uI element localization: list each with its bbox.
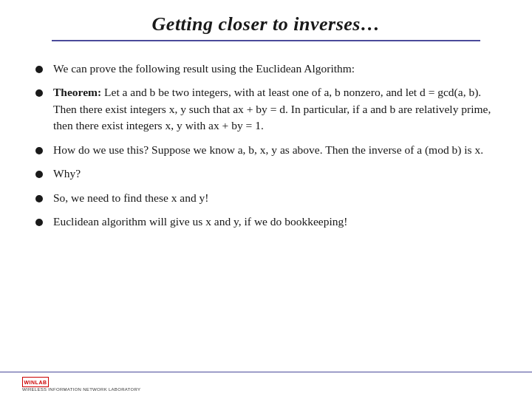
bullet-1-content: We can prove the following result using …: [53, 62, 355, 75]
bullet-2-content: Let a and b be two integers, with at lea…: [53, 86, 491, 132]
bullet-2-bold: Theorem:: [53, 86, 101, 98]
bullet-dot-4: [35, 171, 43, 178]
slide-title: Getting closer to inverses…: [30, 13, 502, 35]
logo-rect: WINLAB: [22, 377, 49, 387]
bullet-dot-1: [35, 66, 43, 73]
bullet-item-2: Theorem: Let a and b be two integers, wi…: [35, 84, 497, 134]
logo-subtitle: WIRELESS INFORMATION NETWORK LABORATORY: [22, 387, 140, 392]
bullet-item-4: Why?: [35, 166, 497, 182]
bullet-dot-5: [35, 195, 43, 202]
bullet-text-3: How do we use this? Suppose we know a, b…: [53, 142, 497, 158]
logo-box: WINLAB WIRELESS INFORMATION NETWORK LABO…: [22, 377, 140, 392]
slide-container: Getting closer to inverses… We can prove…: [0, 0, 532, 399]
bullet-text-2: Theorem: Let a and b be two integers, wi…: [53, 84, 497, 134]
bullet-text-4: Why?: [53, 166, 497, 182]
bullet-dot-6: [35, 219, 43, 226]
logo-name: WINLAB: [24, 380, 47, 385]
footer-area: WINLAB WIRELESS INFORMATION NETWORK LABO…: [0, 372, 532, 399]
bullet-item-3: How do we use this? Suppose we know a, b…: [35, 142, 497, 158]
bullet-item-5: So, we need to find these x and y!: [35, 190, 497, 206]
bullet-text-1: We can prove the following result using …: [53, 61, 497, 77]
bullet-dot-2: [35, 89, 43, 97]
bullet-item-6: Euclidean algorithm will give us x and y…: [35, 214, 497, 230]
bullet-text-6: Euclidean algorithm will give us x and y…: [53, 214, 497, 230]
bullet-text-5: So, we need to find these x and y!: [53, 190, 497, 206]
bullet-item-1: We can prove the following result using …: [35, 61, 497, 77]
title-underline: [52, 40, 480, 41]
content-area: We can prove the following result using …: [0, 49, 532, 372]
title-area: Getting closer to inverses…: [0, 0, 532, 49]
bullet-dot-3: [35, 147, 43, 154]
